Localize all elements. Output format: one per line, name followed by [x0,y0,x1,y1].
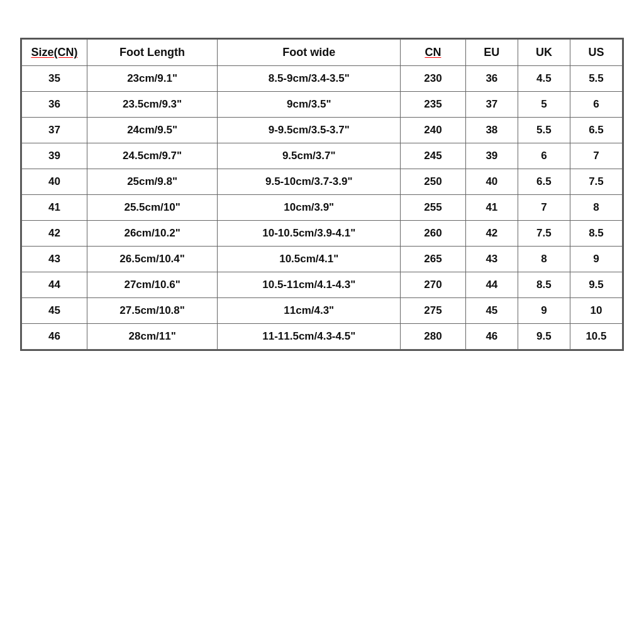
cell-size_cn: 45 [22,298,87,324]
header-uk: UK [518,40,570,66]
table-row: 4326.5cm/10.4"10.5cm/4.1"2654389 [22,247,623,272]
cell-eu: 37 [465,92,518,118]
cell-eu: 39 [465,143,518,169]
cell-us: 9.5 [570,272,622,298]
cell-foot_wide: 11cm/4.3" [218,298,401,324]
cell-foot_wide: 10cm/3.9" [218,195,401,221]
cell-foot_length: 25.5cm/10" [87,195,218,221]
cell-foot_wide: 9-9.5cm/3.5-3.7" [218,118,401,143]
cell-size_cn: 42 [22,221,87,247]
cell-eu: 41 [465,195,518,221]
cell-us: 6.5 [570,118,622,143]
cell-foot_length: 25cm/9.8" [87,169,218,195]
header-cn: CN [401,40,466,66]
cell-size_cn: 36 [22,92,87,118]
cell-eu: 44 [465,272,518,298]
cell-foot_wide: 8.5-9cm/3.4-3.5" [218,66,401,92]
cell-uk: 5 [518,92,570,118]
cell-size_cn: 43 [22,247,87,272]
table-row: 3724cm/9.5"9-9.5cm/3.5-3.7"240385.56.5 [22,118,623,143]
cell-eu: 42 [465,221,518,247]
header-foot-length: Foot Length [87,40,218,66]
cell-foot_length: 26.5cm/10.4" [87,247,218,272]
table-row: 4628cm/11"11-11.5cm/4.3-4.5"280469.510.5 [22,324,623,350]
cell-cn: 250 [401,169,466,195]
cell-us: 7 [570,143,622,169]
header-size-cn: Size(CN) [22,40,87,66]
cell-us: 7.5 [570,169,622,195]
cell-us: 8.5 [570,221,622,247]
cell-cn: 275 [401,298,466,324]
cell-foot_wide: 9cm/3.5" [218,92,401,118]
cell-eu: 38 [465,118,518,143]
cell-size_cn: 40 [22,169,87,195]
cell-foot_wide: 11-11.5cm/4.3-4.5" [218,324,401,350]
cell-uk: 6.5 [518,169,570,195]
cell-foot_wide: 10-10.5cm/3.9-4.1" [218,221,401,247]
cell-eu: 45 [465,298,518,324]
header-us: US [570,40,622,66]
cell-size_cn: 39 [22,143,87,169]
cell-eu: 36 [465,66,518,92]
cell-cn: 270 [401,272,466,298]
cell-uk: 6 [518,143,570,169]
cell-eu: 40 [465,169,518,195]
cell-uk: 9 [518,298,570,324]
cell-foot_wide: 10.5cm/4.1" [218,247,401,272]
cell-uk: 5.5 [518,118,570,143]
cell-foot_wide: 10.5-11cm/4.1-4.3" [218,272,401,298]
cell-foot_length: 28cm/11" [87,324,218,350]
table-row: 4427cm/10.6"10.5-11cm/4.1-4.3"270448.59.… [22,272,623,298]
cell-foot_length: 24cm/9.5" [87,118,218,143]
cell-cn: 235 [401,92,466,118]
cell-foot_length: 27cm/10.6" [87,272,218,298]
cell-us: 9 [570,247,622,272]
cell-cn: 240 [401,118,466,143]
cell-foot_length: 26cm/10.2" [87,221,218,247]
cell-size_cn: 37 [22,118,87,143]
table-row: 4527.5cm/10.8"11cm/4.3"27545910 [22,298,623,324]
cell-eu: 43 [465,247,518,272]
table-header-row: Size(CN) Foot Length Foot wide CN EU UK … [22,40,623,66]
cell-us: 5.5 [570,66,622,92]
cell-uk: 8 [518,247,570,272]
header-foot-wide: Foot wide [218,40,401,66]
cell-eu: 46 [465,324,518,350]
size-chart-container: Size(CN) Foot Length Foot wide CN EU UK … [20,38,624,351]
cell-size_cn: 44 [22,272,87,298]
cell-cn: 245 [401,143,466,169]
table-row: 3523cm/9.1"8.5-9cm/3.4-3.5"230364.55.5 [22,66,623,92]
cell-foot_length: 23.5cm/9.3" [87,92,218,118]
cell-us: 10.5 [570,324,622,350]
cell-cn: 230 [401,66,466,92]
table-row: 4226cm/10.2"10-10.5cm/3.9-4.1"260427.58.… [22,221,623,247]
size-chart-table: Size(CN) Foot Length Foot wide CN EU UK … [21,39,623,350]
cell-size_cn: 41 [22,195,87,221]
cell-uk: 7 [518,195,570,221]
cell-foot_wide: 9.5-10cm/3.7-3.9" [218,169,401,195]
table-body: 3523cm/9.1"8.5-9cm/3.4-3.5"230364.55.536… [22,66,623,350]
table-row: 3623.5cm/9.3"9cm/3.5"2353756 [22,92,623,118]
table-row: 4025cm/9.8"9.5-10cm/3.7-3.9"250406.57.5 [22,169,623,195]
header-eu: EU [465,40,518,66]
cell-uk: 4.5 [518,66,570,92]
cell-foot_wide: 9.5cm/3.7" [218,143,401,169]
cell-us: 10 [570,298,622,324]
cell-foot_length: 23cm/9.1" [87,66,218,92]
table-row: 3924.5cm/9.7"9.5cm/3.7"2453967 [22,143,623,169]
cell-us: 8 [570,195,622,221]
cell-foot_length: 24.5cm/9.7" [87,143,218,169]
cell-cn: 260 [401,221,466,247]
cell-cn: 280 [401,324,466,350]
cell-foot_length: 27.5cm/10.8" [87,298,218,324]
cell-cn: 255 [401,195,466,221]
cell-uk: 7.5 [518,221,570,247]
cell-uk: 9.5 [518,324,570,350]
cell-size_cn: 35 [22,66,87,92]
cell-us: 6 [570,92,622,118]
table-row: 4125.5cm/10"10cm/3.9"2554178 [22,195,623,221]
cell-size_cn: 46 [22,324,87,350]
cell-uk: 8.5 [518,272,570,298]
cell-cn: 265 [401,247,466,272]
